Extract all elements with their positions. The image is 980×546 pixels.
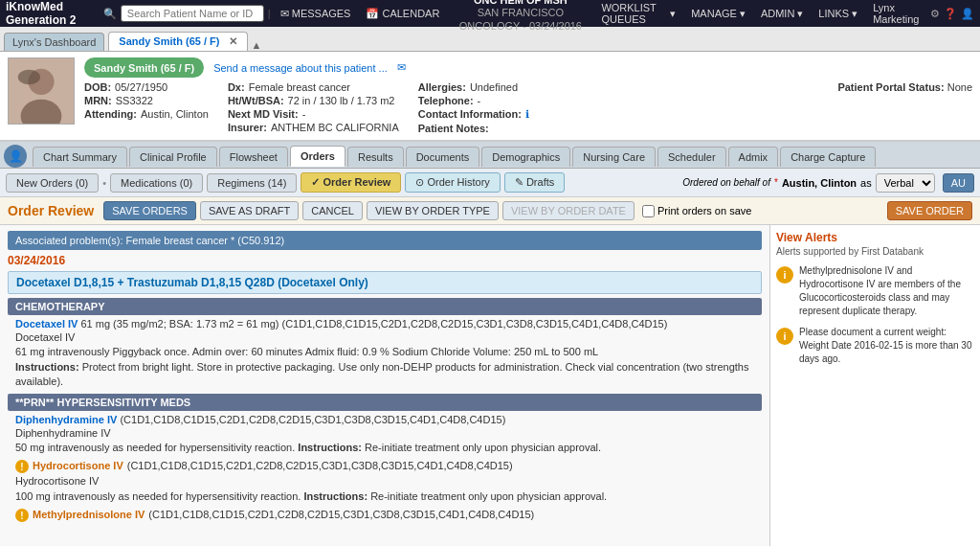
drug-detail-hydrocortisone: Hydrocortisone IV 100 mg intravenously a…: [15, 474, 762, 504]
tab-results[interactable]: Results: [347, 147, 404, 167]
save-as-draft-button[interactable]: SAVE AS DRAFT: [200, 201, 299, 220]
verbal-select[interactable]: Verbal: [876, 173, 935, 193]
dashboard-tab[interactable]: Lynx's Dashboard: [4, 33, 104, 51]
help-icon[interactable]: ❓: [944, 8, 957, 20]
info-icon[interactable]: ℹ: [525, 108, 529, 121]
tab-orders[interactable]: Orders: [290, 146, 345, 167]
tab-admix[interactable]: Admix: [728, 147, 779, 167]
drug-row-hydrocortisone: ! Hydrocortisone IV (C1D1,C1D8,C1D15,C2D…: [15, 458, 762, 473]
subtab-order-history[interactable]: ⊙ Order History: [405, 172, 500, 193]
patient-info: Sandy Smith (65 / F) Send a message abou…: [84, 57, 972, 134]
messages-nav[interactable]: ✉ MESSAGES: [275, 6, 357, 22]
search-input[interactable]: [121, 5, 264, 22]
tab-documents[interactable]: Documents: [406, 147, 480, 167]
patient-name-badge: Sandy Smith (65 / F): [84, 57, 204, 78]
subtab-order-review[interactable]: ✓ Order Review: [301, 172, 401, 193]
svg-point-3: [18, 70, 40, 85]
section-nav-tabs: 👤 Chart Summary Clinical Profile Flowshe…: [0, 142, 980, 169]
save-orders-button[interactable]: SAVE ORDERS: [103, 201, 196, 220]
drug-name-diphenhydramine[interactable]: Diphenhydramine IV: [15, 414, 120, 425]
manage-nav[interactable]: MANAGE ▾: [685, 6, 751, 22]
person-icon[interactable]: 👤: [4, 145, 27, 168]
associated-problems: Associated problem(s): Female breast can…: [8, 231, 762, 250]
au-button[interactable]: AU: [943, 173, 974, 193]
subtab-new-orders[interactable]: New Orders (0): [6, 173, 99, 193]
portal-status: Patient Portal Status: None: [837, 81, 972, 134]
envelope-icon: ✉: [280, 8, 289, 20]
main-content: Associated problem(s): Female breast can…: [0, 225, 980, 546]
tab-scheduler[interactable]: Scheduler: [657, 147, 726, 167]
chevron-down-icon: ▾: [740, 8, 746, 20]
alert-text-0: Methylprednisolone IV and Hydrocortisone…: [799, 264, 974, 318]
regimen-header: Docetaxel D1,8,15 + Trastuzumab D1,8,15 …: [8, 271, 762, 294]
circle-icon: ⊙: [415, 176, 427, 188]
tab-nursing-care[interactable]: Nursing Care: [572, 147, 656, 167]
alerts-title: View Alerts: [776, 231, 974, 244]
links-nav[interactable]: LINKS ▾: [813, 6, 863, 22]
alert-item-1: i Please document a current weight: Weig…: [776, 326, 974, 366]
drug-detail-diphenhydramine: Diphenhydramine IV 50 mg intravenously a…: [15, 426, 762, 456]
chevron-down-icon: ▾: [852, 8, 858, 20]
tab-charge-capture[interactable]: Charge Capture: [780, 147, 876, 167]
calendar-icon: 📅: [366, 8, 379, 20]
message-patient-link[interactable]: Send a message about this patient ...: [213, 62, 388, 74]
chevron-down-icon: ▾: [670, 8, 676, 20]
settings-icon[interactable]: ⚙: [930, 8, 940, 20]
drug-detail-docetaxel: Docetaxel IV 61 mg intravenously Piggyba…: [15, 330, 762, 390]
alert-icon-0: i: [776, 266, 793, 284]
drug-row-docetaxel: Docetaxel IV 61 mg (35 mg/m2; BSA: 1.73 …: [15, 318, 762, 330]
print-checkbox[interactable]: [642, 205, 655, 217]
tab-clinical-profile[interactable]: Clinical Profile: [129, 147, 217, 167]
view-by-order-type-button[interactable]: VIEW BY ORDER TYPE: [367, 201, 499, 220]
patient-header: Sandy Smith (65 / F) Send a message abou…: [0, 52, 980, 142]
warning-icon-methylpred: !: [15, 509, 29, 522]
admin-nav[interactable]: ADMIN ▾: [755, 6, 809, 22]
order-review-title: Order Review: [8, 203, 94, 218]
close-tab-icon[interactable]: ✕: [229, 35, 237, 47]
patient-name-bar: Sandy Smith (65 / F) Send a message abou…: [84, 57, 972, 78]
section-chemo: CHEMOTHERAPY: [8, 298, 762, 315]
order-content: Associated problem(s): Female breast can…: [0, 225, 769, 546]
tab-chart-summary[interactable]: Chart Summary: [33, 147, 127, 167]
drug-name-methylprednisolone[interactable]: Methylprednisolone IV: [33, 509, 145, 520]
detail-col-3: Allergies: Undefined Telephone: - Contac…: [418, 81, 529, 134]
marketing-nav[interactable]: Lynx Marketing: [867, 0, 926, 27]
patient-photo: [8, 57, 75, 125]
subtab-regimens[interactable]: Regimens (14): [207, 173, 297, 193]
cancel-button[interactable]: CANCEL: [302, 201, 363, 220]
alert-item-0: i Methylprednisolone IV and Hydrocortiso…: [776, 264, 974, 318]
detail-col-1: DOB: 05/27/1950 MRN: SS3322 Attending: A…: [84, 81, 209, 134]
search-icon: 🔍: [103, 8, 117, 20]
ordered-behalf-section: Ordered on behalf of * Austin, Clinton a…: [682, 173, 934, 193]
order-date: 03/24/2016: [8, 254, 762, 267]
drug-name-hydrocortisone[interactable]: Hydrocortisone IV: [33, 460, 123, 471]
chevron-down-icon: ▾: [797, 8, 803, 20]
view-by-order-date-button[interactable]: VIEW BY ORDER DATE: [502, 201, 635, 220]
bullet-icon: •: [102, 177, 106, 189]
patient-tab[interactable]: Sandy Smith (65 / F) ✕: [108, 32, 247, 51]
drug-name-docetaxel[interactable]: Docetaxel IV: [15, 318, 80, 330]
subtab-medications[interactable]: Medications (0): [110, 173, 203, 193]
tab-demographics[interactable]: Demographics: [481, 147, 570, 167]
app-brand: iKnowMed Generation 2: [6, 0, 94, 27]
print-check-label[interactable]: Print orders on save: [642, 205, 751, 217]
order-toolbar: Order Review SAVE ORDERS SAVE AS DRAFT C…: [0, 197, 980, 225]
calendar-nav[interactable]: 📅 CALENDAR: [360, 6, 445, 22]
patient-details: DOB: 05/27/1950 MRN: SS3322 Attending: A…: [84, 81, 972, 134]
user-icon[interactable]: 👤: [961, 8, 974, 20]
pencil-icon: ✎: [515, 176, 526, 188]
worklist-nav[interactable]: WORKLIST QUEUES ▾: [595, 0, 681, 27]
clinic-info: ONC HEM OF MSH SAN FRANCISCO ONCOLOGY - …: [449, 0, 591, 33]
alerts-subtitle: Alerts supported by First Databank: [776, 246, 974, 257]
warning-icon-hydrocortisone: !: [15, 460, 29, 473]
tab-flowsheet[interactable]: Flowsheet: [219, 147, 288, 167]
alert-text-1: Please document a current weight: Weight…: [799, 326, 974, 366]
message-icon: ✉: [397, 61, 406, 74]
section-prn: **PRN** HYPERSENSITIVITY MEDS: [8, 394, 762, 411]
drug-row-methylprednisolone: ! Methylprednisolone IV (C1D1,C1D8,C1D15…: [15, 507, 762, 522]
alert-icon-1: i: [776, 328, 793, 345]
subtab-drafts[interactable]: ✎ Drafts: [504, 172, 565, 193]
save-order-right-button[interactable]: SAVE ORDER: [887, 201, 972, 220]
detail-col-2: Dx: Female breast cancer Ht/Wt/BSA: 72 i…: [228, 81, 399, 134]
alerts-panel: View Alerts Alerts supported by First Da…: [769, 225, 980, 546]
